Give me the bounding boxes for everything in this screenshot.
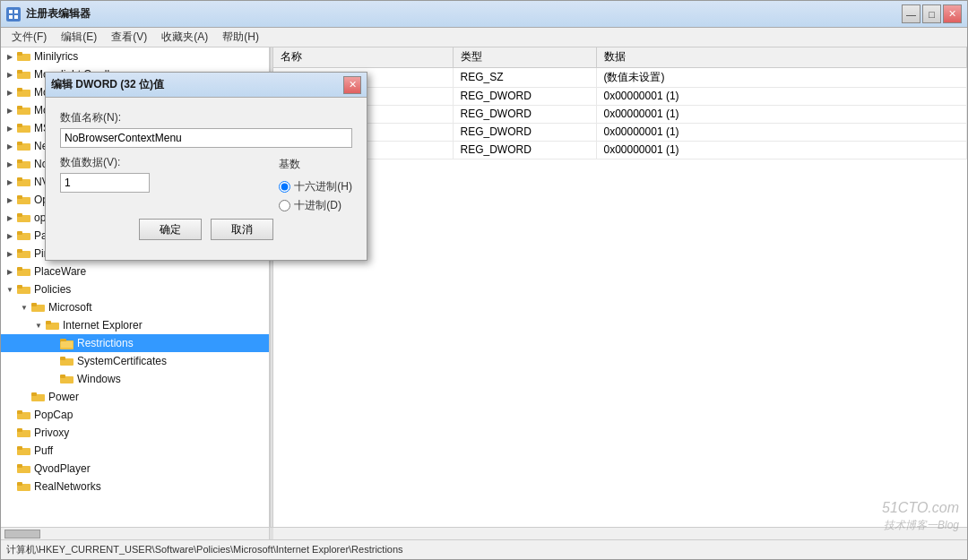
base-label: 基数 (279, 157, 352, 172)
name-input[interactable] (60, 128, 352, 148)
data-input-section: 数值数据(V): (60, 155, 261, 193)
hex-radio-row[interactable]: 十六进制(H) (279, 179, 352, 194)
dialog-title: 编辑 DWORD (32 位)值 (51, 77, 164, 92)
hex-label: 十六进制(H) (294, 179, 352, 194)
cancel-button[interactable]: 取消 (211, 219, 273, 240)
dec-radio[interactable] (279, 200, 290, 211)
data-label: 数值数据(V): (60, 155, 261, 170)
dialog-close-button[interactable]: ✕ (343, 76, 361, 94)
dec-label: 十进制(D) (294, 198, 341, 213)
dec-radio-row[interactable]: 十进制(D) (279, 198, 352, 213)
name-label: 数值名称(N): (60, 110, 352, 125)
dialog-body: 数值名称(N): 数值数据(V): 基数 十六进制(H) (46, 98, 367, 260)
ok-button[interactable]: 确定 (139, 219, 202, 240)
data-base-row: 数值数据(V): 基数 十六进制(H) 十进制(D) (60, 155, 352, 213)
name-field-row: 数值名称(N): (60, 110, 352, 148)
base-section: 基数 十六进制(H) 十进制(D) (279, 155, 352, 213)
dialog-buttons: 确定 取消 (60, 213, 352, 251)
dialog-overlay: 编辑 DWORD (32 位)值 ✕ 数值名称(N): 数值数据(V): 基数 (0, 0, 968, 560)
data-input[interactable] (60, 173, 150, 193)
hex-radio[interactable] (279, 181, 290, 193)
dialog-title-bar: 编辑 DWORD (32 位)值 ✕ (46, 73, 367, 98)
edit-dword-dialog: 编辑 DWORD (32 位)值 ✕ 数值名称(N): 数值数据(V): 基数 (45, 72, 367, 261)
